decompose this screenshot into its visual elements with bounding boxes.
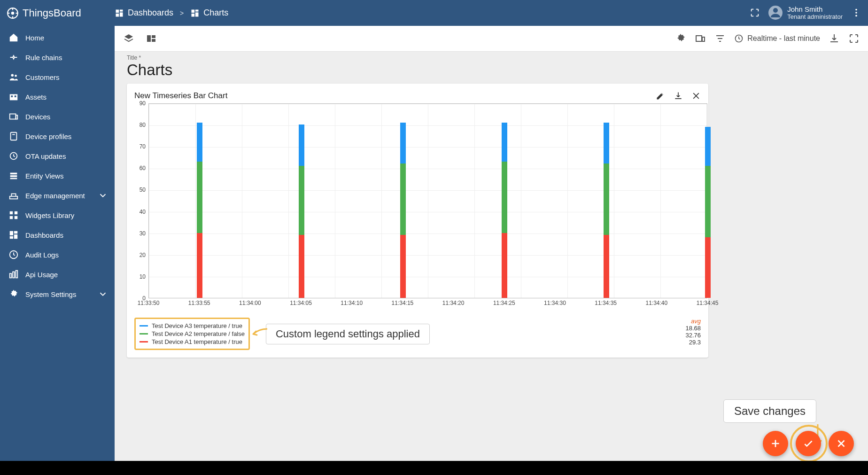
- x-tick: 11:33:55: [188, 300, 210, 306]
- chart: 0102030405060708090 11:33:5011:33:5511:3…: [134, 103, 701, 315]
- svg-rect-46: [702, 37, 705, 41]
- fullscreen-dashboard-button[interactable]: [848, 33, 860, 44]
- svg-point-1: [11, 11, 15, 15]
- svg-rect-26: [10, 178, 17, 179]
- nav-system-settings[interactable]: System Settings: [0, 284, 115, 304]
- widget-title: New Timeseries Bar Chart: [134, 91, 227, 101]
- breadcrumb-root[interactable]: Dashboards: [115, 8, 173, 18]
- export-button[interactable]: [829, 33, 840, 44]
- bar-segment: [400, 164, 406, 235]
- svg-rect-6: [192, 9, 195, 13]
- legend-item[interactable]: Test Device A1 temperature / true: [140, 338, 245, 346]
- edit-widget-button[interactable]: [656, 91, 665, 101]
- nav-edge-management[interactable]: Edge management: [0, 186, 115, 205]
- layout-button[interactable]: [146, 33, 157, 44]
- gear-icon: [8, 289, 19, 299]
- svg-rect-25: [10, 175, 17, 177]
- nav-customers[interactable]: Customers: [0, 67, 115, 87]
- filters-button[interactable]: [714, 33, 726, 44]
- bar-segment: [604, 164, 609, 235]
- bar-segment: [299, 235, 304, 298]
- sidebar: Home Rule chains Customers Assets Device…: [0, 26, 115, 475]
- bar-segment: [502, 233, 507, 298]
- legend-item[interactable]: Test Device A3 temperature / true: [140, 322, 245, 330]
- nav-rule-chains[interactable]: Rule chains: [0, 47, 115, 67]
- user-menu[interactable]: John Smith Tenant administrator: [768, 6, 843, 20]
- callout-save: Save changes: [723, 399, 816, 423]
- arrow-left-icon: [249, 327, 268, 341]
- svg-rect-2: [116, 9, 119, 13]
- svg-rect-35: [10, 236, 13, 239]
- nav-device-profiles[interactable]: Device profiles: [0, 126, 115, 146]
- y-tick: 10: [140, 273, 146, 280]
- x-tick: 11:34:45: [697, 300, 719, 306]
- bar-segment: [705, 237, 711, 298]
- bar-segment: [604, 235, 609, 298]
- svg-rect-32: [10, 231, 13, 235]
- x-tick: 11:34:10: [341, 300, 363, 306]
- bar-column: [299, 125, 304, 298]
- app-logo[interactable]: ThingsBoard: [7, 7, 115, 19]
- nav-ota-updates[interactable]: OTA updates: [0, 146, 115, 166]
- home-icon: [8, 32, 19, 43]
- more-button[interactable]: [851, 8, 861, 18]
- nav-widgets-library[interactable]: Widgets Library: [0, 205, 115, 225]
- x-tick: 11:34:40: [645, 300, 667, 306]
- legend-swatch: [140, 325, 148, 327]
- add-widget-fab[interactable]: [763, 431, 788, 456]
- plus-icon: [769, 437, 782, 450]
- user-role: Tenant administrator: [787, 14, 843, 20]
- svg-rect-39: [16, 271, 18, 278]
- legend-label: Test Device A3 temperature / true: [152, 322, 242, 329]
- x-tick: 11:34:35: [595, 300, 617, 306]
- nav-assets[interactable]: Assets: [0, 87, 115, 107]
- avg-value: 29.3: [685, 339, 701, 346]
- nav-audit-logs[interactable]: Audit Logs: [0, 245, 115, 265]
- fullscreen-button[interactable]: [750, 8, 760, 18]
- person-icon: [768, 6, 783, 20]
- devices-icon: [8, 111, 19, 122]
- svg-rect-45: [696, 36, 702, 41]
- svg-rect-30: [10, 216, 13, 219]
- bar-segment: [604, 123, 609, 164]
- bar-segment: [705, 127, 711, 166]
- svg-rect-34: [14, 234, 17, 239]
- more-vert-icon: [851, 8, 861, 18]
- svg-rect-38: [13, 272, 15, 278]
- close-widget-button[interactable]: [691, 91, 701, 101]
- breadcrumb-current[interactable]: Charts: [190, 8, 228, 18]
- svg-rect-29: [15, 211, 17, 214]
- legend-swatch: [140, 341, 148, 343]
- nav-dashboards[interactable]: Dashboards: [0, 225, 115, 245]
- audit-icon: [8, 249, 19, 260]
- svg-rect-43: [152, 39, 155, 42]
- settings-button[interactable]: [675, 33, 686, 44]
- filter-icon: [714, 33, 726, 44]
- dashboard-icon: [8, 230, 19, 240]
- ota-icon: [8, 151, 19, 161]
- nav-entity-views[interactable]: Entity Views: [0, 166, 115, 186]
- devices-icon: [695, 33, 706, 44]
- nav-home[interactable]: Home: [0, 28, 115, 47]
- entity-aliases-button[interactable]: [695, 33, 706, 44]
- timewindow-button[interactable]: Realtime - last minute: [734, 34, 820, 43]
- svg-rect-17: [11, 95, 13, 97]
- bottom-black-bar: [0, 461, 868, 475]
- bar-column: [502, 123, 507, 298]
- svg-rect-4: [120, 12, 123, 16]
- nav-api-usage[interactable]: Api Usage: [0, 265, 115, 284]
- page-title: Charts: [127, 61, 856, 79]
- legend-label: Test Device A1 temperature / true: [152, 338, 242, 345]
- nav-devices[interactable]: Devices: [0, 107, 115, 126]
- layers-button[interactable]: [123, 33, 134, 44]
- legend-item[interactable]: Test Device A2 temperature / false: [140, 330, 245, 338]
- chart-widget: New Timeseries Bar Chart 010203040506070…: [127, 84, 708, 358]
- save-fab[interactable]: [796, 431, 821, 456]
- fullscreen-icon: [848, 33, 860, 44]
- svg-rect-9: [192, 13, 195, 16]
- download-widget-button[interactable]: [674, 91, 683, 101]
- assets-icon: [8, 92, 19, 102]
- svg-rect-42: [152, 35, 155, 38]
- cancel-fab[interactable]: [829, 431, 854, 456]
- svg-rect-37: [10, 273, 12, 278]
